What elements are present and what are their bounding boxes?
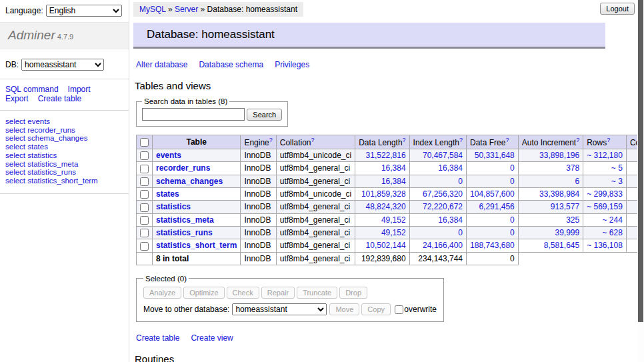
cell-data-free-link[interactable]: 6,291,456 <box>479 202 514 211</box>
scrollbar-track[interactable] <box>637 0 644 362</box>
table-name-link[interactable]: statistics_short_term <box>156 241 237 250</box>
cell-index-length-link[interactable]: 16,384 <box>438 163 463 173</box>
overwrite-checkbox[interactable] <box>395 305 403 314</box>
select-all-checkbox[interactable] <box>140 138 149 147</box>
table-name-link[interactable]: recorder_runs <box>156 163 210 173</box>
header-hint-link[interactable]: ? <box>459 137 463 143</box>
cell-data-free-link[interactable]: 50,331,648 <box>475 151 515 160</box>
table-name-link[interactable]: statistics <box>156 202 191 211</box>
app-name-link[interactable]: Adminer <box>8 28 55 42</box>
cell-auto-increment-link[interactable]: 33,398,984 <box>539 189 579 199</box>
optimize-button[interactable]: Optimize <box>183 287 224 299</box>
cell-auto-increment-link[interactable]: 39,999 <box>555 228 579 237</box>
sidebar-cmd-b-0[interactable]: Export <box>5 94 29 103</box>
move-button[interactable]: Move <box>329 303 359 315</box>
row-checkbox[interactable] <box>140 203 149 212</box>
db-action-2[interactable]: Privileges <box>275 60 309 69</box>
cell-data-free-link[interactable]: 0 <box>510 177 515 186</box>
row-checkbox[interactable] <box>140 165 149 173</box>
row-checkbox[interactable] <box>140 190 149 199</box>
table-name-link[interactable]: statistics_runs <box>156 228 213 237</box>
cell-rows-link[interactable]: ~ 136,108 <box>587 241 623 250</box>
cell-index-length-link[interactable]: 16,384 <box>438 215 463 225</box>
row-checkbox[interactable] <box>140 216 149 225</box>
cell-auto-increment-link[interactable]: 8,581,645 <box>544 241 579 250</box>
scrollbar-thumb[interactable] <box>638 0 643 322</box>
cell-auto-increment-link[interactable]: 913,577 <box>551 202 579 211</box>
cell-data-free-link[interactable]: 188,743,680 <box>470 241 515 250</box>
sidebar-select-7[interactable]: select statistics_short_term <box>5 177 123 185</box>
db-action-0[interactable]: Alter database <box>136 60 187 69</box>
logout-button[interactable]: Logout <box>600 3 635 15</box>
row-checkbox[interactable] <box>140 242 149 251</box>
sidebar-select-5[interactable]: select statistics_meta <box>5 160 123 169</box>
cell-data-free-link[interactable]: 0 <box>510 228 515 237</box>
cell-rows-link[interactable]: ~ 5 <box>611 163 623 173</box>
language-select[interactable]: English <box>46 5 122 17</box>
cell-auto-increment-link[interactable]: 325 <box>566 215 579 225</box>
cell-data-length-link[interactable]: 49,152 <box>381 228 406 237</box>
header-hint-link[interactable]: ? <box>607 137 610 143</box>
row-checkbox[interactable] <box>140 177 149 186</box>
db-action-1[interactable]: Database schema <box>199 60 263 69</box>
cell-data-free-link[interactable]: 0 <box>510 163 515 173</box>
cell-data-length-link[interactable]: 49,152 <box>381 215 406 225</box>
truncate-button[interactable]: Truncate <box>297 287 337 299</box>
cell-data-length-link[interactable]: 31,522,816 <box>366 151 406 160</box>
cell-rows-link[interactable]: ~ 569,159 <box>587 202 623 211</box>
table-name-link[interactable]: events <box>156 151 181 160</box>
cell-index-length-link[interactable]: 0 <box>458 177 463 186</box>
create-1[interactable]: Create view <box>191 333 233 343</box>
cell-index-length-link[interactable]: 72,220,672 <box>423 202 463 211</box>
table-name-link[interactable]: states <box>156 189 179 199</box>
breadcrumb-item-0[interactable]: MySQL <box>139 5 166 14</box>
cell-rows-link[interactable]: ~ 244 <box>603 215 623 225</box>
create-0[interactable]: Create table <box>136 333 179 343</box>
drop-button[interactable]: Drop <box>339 287 367 299</box>
copy-button[interactable]: Copy <box>361 303 391 315</box>
cell-auto-increment-link[interactable]: 33,898,196 <box>539 151 579 160</box>
cell-index-length-link[interactable]: 67,256,320 <box>423 189 463 199</box>
sidebar-select-4[interactable]: select statistics <box>5 151 123 160</box>
cell-rows-link[interactable]: ~ 299,833 <box>587 189 623 199</box>
header-hint-link[interactable]: ? <box>403 137 406 143</box>
repair-button[interactable]: Repair <box>261 287 295 299</box>
sidebar-select-0[interactable]: select events <box>5 117 123 126</box>
sidebar-select-6[interactable]: select statistics_runs <box>5 168 123 177</box>
cell-index-length-link[interactable]: 24,166,400 <box>423 241 463 250</box>
cell-data-length-link[interactable]: 16,384 <box>381 163 406 173</box>
sidebar-select-2[interactable]: select schema_changes <box>5 134 123 143</box>
cell-index-length-link[interactable]: 0 <box>458 228 463 237</box>
header-hint-link[interactable]: ? <box>505 137 509 143</box>
search-button[interactable]: Search <box>247 109 282 121</box>
cell-auto-increment-link[interactable]: 6 <box>575 177 579 186</box>
sidebar-cmd-a-1[interactable]: Import <box>68 85 91 94</box>
row-checkbox[interactable] <box>140 151 149 160</box>
cell-data-free-link[interactable]: 104,857,600 <box>470 189 515 199</box>
cell-auto-increment-link[interactable]: 378 <box>566 163 579 173</box>
cell-data-length-link[interactable]: 101,859,328 <box>361 189 406 199</box>
sidebar-select-1[interactable]: select recorder_runs <box>5 126 123 135</box>
sidebar-select-3[interactable]: select states <box>5 143 123 151</box>
check-button[interactable]: Check <box>227 287 259 299</box>
cell-data-length-link[interactable]: 48,824,320 <box>366 202 406 211</box>
analyze-button[interactable]: Analyze <box>143 287 181 299</box>
row-checkbox[interactable] <box>140 229 149 237</box>
cell-rows-link[interactable]: ~ 628 <box>603 228 623 237</box>
sidebar-cmd-b-1[interactable]: Create table <box>38 94 81 103</box>
table-name-link[interactable]: schema_changes <box>156 177 223 186</box>
cell-data-free-link[interactable]: 0 <box>510 215 515 225</box>
header-hint-link[interactable]: ? <box>576 137 579 143</box>
cell-data-length-link[interactable]: 16,384 <box>381 177 406 186</box>
cell-rows-link[interactable]: ~ 3 <box>611 177 623 186</box>
sidebar-cmd-a-0[interactable]: SQL command <box>5 85 59 94</box>
header-hint-link[interactable]: ? <box>269 137 273 143</box>
cell-index-length-link[interactable]: 70,467,584 <box>423 151 463 160</box>
move-database-select[interactable]: homeassistant <box>232 303 327 315</box>
cell-data-length-link[interactable]: 10,502,144 <box>366 241 406 250</box>
breadcrumb-item-1[interactable]: Server <box>175 5 198 14</box>
db-select[interactable]: homeassistant <box>21 59 104 71</box>
search-input[interactable] <box>142 108 245 121</box>
table-name-link[interactable]: statistics_meta <box>156 215 214 225</box>
cell-rows-link[interactable]: ~ 312,180 <box>587 151 623 160</box>
